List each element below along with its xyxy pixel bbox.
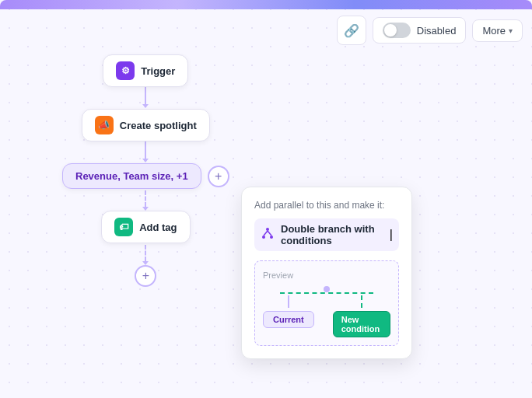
current-branch: Current <box>263 295 314 337</box>
link-button[interactable]: 🔗 <box>337 16 366 45</box>
branch-icon <box>261 228 275 243</box>
spotlight-node[interactable]: 📣 Create spotlight <box>82 109 210 141</box>
svg-line-1 <box>264 231 268 236</box>
link-icon: 🔗 <box>344 23 359 38</box>
branch-option-label: Double branch with conditions <box>281 223 382 246</box>
new-branch: New condition <box>333 295 390 337</box>
svg-point-0 <box>266 228 269 231</box>
preview-top-dot <box>324 286 330 292</box>
add-parallel-button[interactable]: + <box>208 166 229 187</box>
toolbar: 🔗 Disabled More ▾ <box>337 9 523 51</box>
new-branch-line <box>361 295 362 308</box>
svg-point-4 <box>270 236 273 239</box>
add-node-button[interactable]: + <box>135 265 156 287</box>
condition-node[interactable]: Revenue, Team size, +1 <box>62 163 201 189</box>
tag-icon: 🏷 <box>114 218 133 236</box>
spotlight-label: Create spotlight <box>120 120 197 131</box>
flow-container: ⚙ Trigger 📣 Create spotlight Revenue, Te… <box>62 54 229 287</box>
svg-point-3 <box>262 236 265 239</box>
current-branch-node: Current <box>263 311 314 328</box>
preview-label: Preview <box>263 271 390 280</box>
chevron-down-icon: ▾ <box>509 26 513 35</box>
toggle-container[interactable]: Disabled <box>373 17 467 44</box>
popup-panel: Add parallel to this and make it: Double… <box>241 187 412 359</box>
toggle-label: Disabled <box>417 25 457 37</box>
connector-3 <box>142 189 149 211</box>
tag-label: Add tag <box>139 222 177 233</box>
cursor-icon: | <box>390 228 393 242</box>
popup-title: Add parallel to this and make it: <box>254 200 399 211</box>
trigger-label: Trigger <box>141 65 175 77</box>
trigger-node[interactable]: ⚙ Trigger <box>103 54 188 87</box>
connector-4 <box>142 243 149 265</box>
double-branch-option[interactable]: Double branch with conditions | <box>254 218 399 251</box>
connector-1 <box>142 87 149 109</box>
new-branch-node: New condition <box>333 311 390 337</box>
condition-row: Revenue, Team size, +1 + <box>62 163 229 189</box>
toggle-thumb <box>384 24 397 37</box>
preview-diagram: Current New condition <box>263 286 390 337</box>
top-wave-decoration <box>0 0 532 9</box>
connector-2 <box>142 141 149 163</box>
more-label: More <box>482 25 506 37</box>
canvas: ⚙ Trigger 📣 Create spotlight Revenue, Te… <box>0 47 532 398</box>
tag-node[interactable]: 🏷 Add tag <box>101 211 190 243</box>
condition-label: Revenue, Team size, +1 <box>75 170 188 182</box>
more-button[interactable]: More ▾ <box>472 19 523 42</box>
current-branch-line <box>288 295 289 308</box>
preview-section: Preview Current <box>254 260 399 346</box>
toggle-switch[interactable] <box>383 23 411 38</box>
svg-line-2 <box>268 231 271 236</box>
trigger-icon: ⚙ <box>116 61 135 80</box>
spotlight-icon: 📣 <box>95 116 114 134</box>
preview-branches: Current New condition <box>263 295 390 337</box>
preview-h-line <box>280 292 373 294</box>
